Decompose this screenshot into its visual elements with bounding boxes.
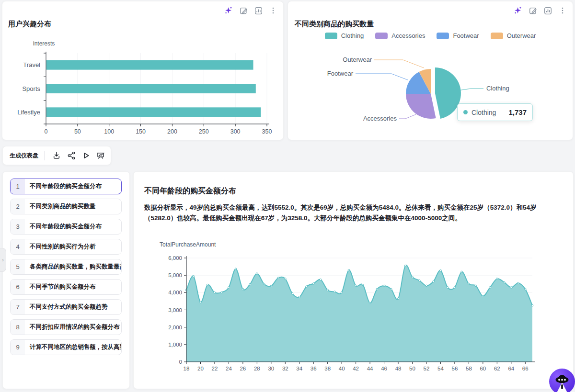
x-tick-label: 22	[212, 366, 218, 371]
data-point-marker	[404, 265, 406, 267]
ai-sparkle-icon[interactable]	[224, 6, 233, 15]
more-menu-icon[interactable]	[558, 6, 567, 15]
data-point-marker	[355, 285, 357, 287]
y-tick-label: 6,000	[168, 255, 182, 261]
legend-label: Footwear	[453, 32, 479, 39]
more-menu-icon[interactable]	[269, 6, 277, 15]
legend-item-accessories[interactable]: Accessories	[375, 32, 425, 39]
y-tick-label: 2,000	[168, 325, 182, 330]
share-icon[interactable]	[64, 148, 79, 163]
legend-item-clothing[interactable]: Clothing	[325, 32, 364, 39]
present-icon[interactable]	[93, 148, 108, 163]
x-tick-label: 24	[226, 366, 232, 371]
question-list-item-4[interactable]: 4不同性别的购买行为分析	[10, 239, 122, 255]
legend-swatch	[375, 33, 388, 39]
data-point-marker	[461, 271, 463, 273]
question-label: 不同性别的购买行为分析	[25, 239, 121, 254]
question-list-item-8[interactable]: 8不同折扣应用情况的购买金额分布	[10, 319, 122, 335]
data-point-marker	[306, 286, 308, 288]
toolbar-divider	[44, 151, 45, 160]
x-tick-label: 50	[74, 128, 81, 135]
data-point-marker	[299, 296, 300, 298]
panel-collapse-handle[interactable]: ›	[0, 248, 6, 272]
x-tick-label: 58	[466, 366, 472, 371]
bar-lifestlye[interactable]	[46, 107, 261, 117]
tooltip-value: 1,737	[508, 108, 527, 116]
tooltip-series-dot	[463, 110, 468, 114]
data-point-marker	[221, 291, 223, 293]
x-tick-label: 40	[339, 366, 345, 371]
age-area-chart[interactable]: TotalPurchaseAmount01,0002,0003,0004,000…	[134, 239, 574, 382]
question-list-panel: 1不同年龄段的购买金额分布2不同类别商品的购买数量3不同年龄段的购买金额分布4不…	[2, 171, 130, 389]
category-label: Lifestlye	[17, 109, 40, 116]
dashboard-toolbar: 生成仪表盘	[2, 146, 111, 165]
bar-sports[interactable]	[46, 84, 256, 93]
y-tick-label: 4,000	[168, 290, 182, 295]
data-point-marker	[327, 289, 329, 291]
area-fill[interactable]	[186, 265, 532, 362]
data-point-marker	[418, 280, 420, 281]
question-list-item-3[interactable]: 3不同年龄段的购买金额分布	[10, 219, 122, 235]
x-tick-label: 50	[409, 366, 415, 371]
question-number: 2	[11, 199, 25, 214]
play-icon[interactable]	[79, 148, 93, 163]
pie-leader-line	[399, 114, 416, 119]
edit-chart-icon[interactable]	[239, 6, 248, 15]
x-tick-label: 32	[282, 366, 288, 371]
y-tick-label: 0	[179, 359, 182, 365]
data-point-marker	[503, 281, 505, 283]
legend-item-outerwear[interactable]: Outerwear	[491, 32, 536, 39]
question-number: 1	[11, 179, 25, 194]
card-title: 不同类别商品的购买数量	[295, 20, 374, 29]
edit-chart-icon[interactable]	[529, 6, 537, 15]
x-tick-label: 200	[167, 128, 177, 135]
x-tick-label: 150	[136, 128, 146, 135]
y-tick-label: 1,000	[168, 342, 182, 347]
question-list-item-6[interactable]: 6不同季节的购买金额分布	[10, 279, 122, 295]
data-point-marker	[376, 288, 378, 290]
data-point-marker	[228, 287, 230, 289]
bar-axis-title: interests	[33, 40, 55, 47]
data-point-marker	[391, 288, 392, 290]
data-point-marker	[510, 287, 512, 289]
question-list-item-2[interactable]: 2不同类别商品的购买数量	[10, 199, 122, 214]
data-point-marker	[447, 287, 448, 289]
x-tick-label: 34	[296, 366, 302, 371]
analysis-description: 数据分析显示，49岁的总购买金额最高，达到5552.0。其次是69岁，总购买金额…	[144, 202, 555, 224]
pie-slice-accessories[interactable]	[406, 94, 436, 119]
bar-travel[interactable]	[46, 60, 253, 70]
pie-slice-label: Clothing	[486, 85, 509, 92]
assistant-logo-button[interactable]	[549, 369, 575, 392]
pie-leader-line	[356, 74, 408, 80]
data-point-marker	[193, 275, 195, 277]
data-point-marker	[518, 282, 519, 284]
data-point-marker	[270, 285, 272, 287]
category-quantity-card: 不同类别商品的购买数量 ClothingAccessoriesFootwearO…	[288, 1, 573, 140]
question-number: 4	[11, 239, 25, 254]
data-point-marker	[320, 279, 322, 280]
question-list-item-1[interactable]: 1不同年龄段的购买金额分布	[10, 179, 122, 194]
chart-type-icon[interactable]	[543, 6, 552, 15]
legend-item-footwear[interactable]: Footwear	[437, 32, 479, 39]
x-tick-label: 60	[480, 366, 486, 371]
data-point-marker	[412, 276, 414, 278]
question-list-item-5[interactable]: 5各类商品的购买数量，购买数量最高的前5款，	[10, 259, 122, 275]
x-tick-label: 64	[508, 366, 514, 371]
download-icon[interactable]	[49, 148, 64, 163]
legend-label: Outerwear	[507, 32, 536, 39]
card-actions	[224, 6, 277, 15]
generate-dashboard-button[interactable]: 生成仪表盘	[10, 152, 38, 160]
interests-bar-chart[interactable]: interestsTravelSportsLifestlye0501001502…	[2, 31, 284, 137]
question-list-item-7[interactable]: 7不同支付方式的购买金额趋势	[10, 299, 122, 315]
tooltip-label: Clothing	[472, 109, 496, 116]
category-pie-chart[interactable]: ClothingAccessoriesFootwearOuterwear	[288, 49, 574, 139]
question-label: 不同年龄段的购买金额分布	[25, 179, 121, 194]
data-point-marker	[531, 304, 533, 306]
chart-type-icon[interactable]	[254, 6, 263, 15]
question-list-item-9[interactable]: 9计算不同地区的总销售额，按从高到低排序，	[10, 339, 122, 355]
data-point-marker	[468, 283, 470, 285]
data-point-marker	[214, 292, 216, 294]
ai-sparkle-icon[interactable]	[514, 6, 522, 15]
x-tick-label: 350	[262, 128, 272, 135]
question-label: 各类商品的购买数量，购买数量最高的前5款，	[25, 259, 121, 274]
